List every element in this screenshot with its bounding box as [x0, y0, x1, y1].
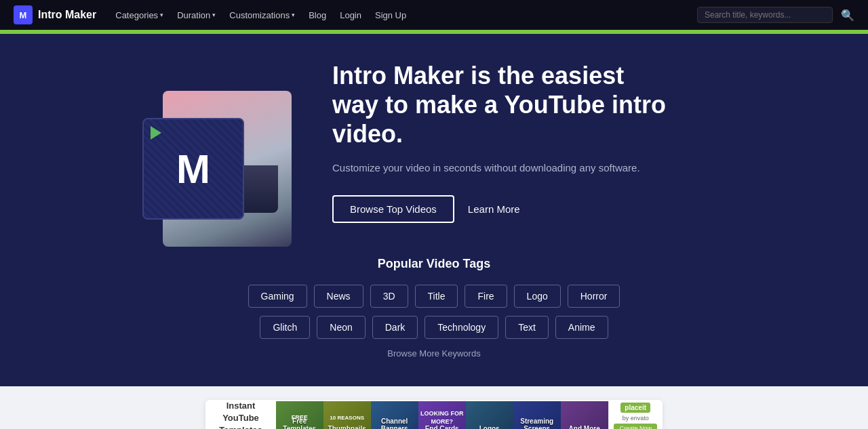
search-button[interactable]: 🔍 [841, 9, 854, 22]
tag-news[interactable]: News [314, 285, 363, 308]
brand-logo-icon: M [14, 5, 33, 24]
strip-item-label: Channel Banners [371, 417, 418, 429]
strip-item-end-cards[interactable]: LOOKING FOR MORE? End Cards [418, 401, 466, 429]
strip-label: Instant YouTube Templates [205, 400, 275, 429]
strip-item-label: Logos [466, 425, 513, 429]
tag-text[interactable]: Text [505, 316, 549, 339]
tag-logo[interactable]: Logo [514, 285, 561, 308]
hero-section: M Intro Maker is the easiest way to make… [0, 34, 868, 257]
strip-item-logos[interactable]: Logos [466, 401, 513, 429]
tag-glitch[interactable]: Glitch [260, 316, 310, 339]
tag-title[interactable]: Title [415, 285, 458, 308]
strip-envato[interactable]: placeit by envato Create Now [608, 401, 663, 429]
brand-logo-link[interactable]: M Intro Maker [14, 5, 96, 24]
tag-gaming[interactable]: Gaming [248, 285, 307, 308]
tag-technology[interactable]: Technology [425, 316, 498, 339]
strip-item-channel-banners[interactable]: Channel Banners [371, 401, 418, 429]
tags-row-2: Glitch Neon Dark Technology Text Anime [0, 316, 868, 339]
hero-logo-card: M [142, 118, 244, 220]
strip-container: Instant YouTube Templates FREE Free Temp… [205, 400, 662, 429]
hero-title: Intro Maker is the easiest way to make a… [332, 61, 671, 149]
strip-section: Instant YouTube Templates FREE Free Temp… [0, 386, 868, 429]
strip-item-label: Streaming Screens [513, 417, 561, 429]
nav-links: Categories ▾ Duration ▾ Customizations ▾… [110, 7, 684, 23]
envato-logo: placeit [620, 403, 650, 413]
play-icon [151, 126, 161, 140]
nav-customizations[interactable]: Customizations ▾ [224, 7, 300, 23]
chevron-down-icon: ▾ [212, 12, 216, 18]
hero-image: M [142, 91, 292, 192]
nav-categories[interactable]: Categories ▾ [110, 7, 169, 23]
learn-more-link[interactable]: Learn More [468, 203, 520, 215]
tags-section: Popular Video Tags Gaming News 3D Title … [0, 257, 868, 386]
tag-anime[interactable]: Anime [555, 316, 608, 339]
chevron-down-icon: ▾ [160, 12, 163, 18]
nav-right: 🔍 [697, 7, 854, 23]
strip-items: FREE Free Templates 10 REASONS Thumbnail… [276, 401, 608, 429]
hero-buttons: Browse Top Videos Learn More [332, 195, 671, 223]
strip-item-thumbnails[interactable]: 10 REASONS Thumbnails [323, 401, 371, 429]
nav-duration[interactable]: Duration ▾ [172, 7, 221, 23]
nav-login[interactable]: Login [334, 7, 367, 23]
envato-create-button[interactable]: Create Now [614, 424, 657, 429]
envato-by: by envato [623, 415, 649, 422]
hero-inner: M Intro Maker is the easiest way to make… [129, 61, 739, 223]
tag-3d[interactable]: 3D [370, 285, 408, 308]
hero-m-logo: M [176, 146, 210, 192]
tag-neon[interactable]: Neon [317, 316, 365, 339]
hero-subtitle: Customize your video in seconds without … [332, 160, 671, 176]
brand-name: Intro Maker [38, 9, 96, 21]
strip-item-label: End Cards [418, 425, 466, 429]
browse-more-keywords-link[interactable]: Browse More Keywords [387, 348, 480, 359]
nav-signup[interactable]: Sign Up [370, 7, 412, 23]
tag-fire[interactable]: Fire [465, 285, 507, 308]
strip-item-label: And More [561, 425, 608, 429]
strip-item-free-templates[interactable]: FREE Free Templates [276, 401, 323, 429]
tag-horror[interactable]: Horror [568, 285, 620, 308]
nav-blog[interactable]: Blog [303, 7, 332, 23]
tag-dark[interactable]: Dark [372, 316, 418, 339]
chevron-down-icon: ▾ [292, 12, 295, 18]
search-input[interactable] [697, 7, 833, 23]
tags-row-1: Gaming News 3D Title Fire Logo Horror [0, 285, 868, 308]
browse-top-videos-button[interactable]: Browse Top Videos [332, 195, 454, 223]
navbar: M Intro Maker Categories ▾ Duration ▾ Cu… [0, 0, 868, 30]
strip-item-and-more[interactable]: And More [561, 401, 608, 429]
tags-title: Popular Video Tags [0, 257, 868, 271]
strip-item-label: Free Templates [276, 417, 323, 429]
hero-content: Intro Maker is the easiest way to make a… [332, 61, 671, 223]
strip-item-streaming-screens[interactable]: Streaming Screens [513, 401, 561, 429]
strip-item-label: Thumbnails [323, 425, 371, 429]
